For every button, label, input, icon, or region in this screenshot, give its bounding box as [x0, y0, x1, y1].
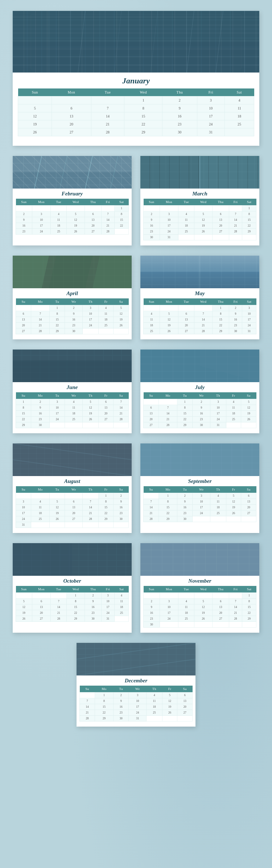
- jun-h-we: We: [65, 392, 83, 399]
- calendar-day: 25: [226, 417, 241, 422]
- calendar-day: 22: [177, 417, 193, 422]
- february-grid: Sun Mon Tue Wed Thu Fri Sat 123456789101…: [16, 199, 129, 235]
- calendar-day: 14: [194, 317, 213, 323]
- calendar-day: 3: [49, 399, 65, 405]
- calendar-day: 4: [65, 399, 83, 405]
- calendar-day: 21: [158, 417, 177, 422]
- calendar-day: 5: [194, 211, 213, 217]
- table-row: 123456: [80, 693, 193, 698]
- table-row: 11121314151617: [144, 317, 256, 323]
- nov-h-sat: Sat: [242, 586, 256, 593]
- table-row: 9101112131415: [144, 217, 256, 223]
- calendar-day: 15: [67, 604, 85, 610]
- calendar-day: 18: [144, 323, 160, 328]
- calendar-day: 19: [67, 223, 85, 229]
- calendar-day: 23: [144, 616, 160, 622]
- calendar-day: 17: [83, 317, 98, 323]
- table-row: 25262728293031: [144, 328, 256, 334]
- calendar-day: 30: [65, 328, 83, 334]
- calendar-day: 11: [115, 599, 129, 604]
- table-row: 16171819202122: [16, 223, 129, 229]
- table-row: 16171819202122: [144, 223, 256, 229]
- jan-h-sat: Sat: [224, 88, 254, 96]
- calendar-day: 2: [113, 693, 129, 698]
- table-row: 2345678: [144, 211, 256, 217]
- calendar-day: 29: [95, 716, 113, 722]
- svg-rect-27: [140, 156, 200, 189]
- calendar-day: 15: [95, 704, 113, 710]
- apr-h-su: Su: [16, 298, 31, 305]
- calendar-day: 29: [242, 616, 256, 622]
- calendar-day: 4: [98, 305, 114, 311]
- feb-header: Sun Mon Tue Wed Thu Fri Sat: [16, 199, 129, 206]
- svg-line-7: [216, 11, 223, 73]
- mar-h-tue: Tue: [178, 199, 194, 206]
- calendar-day: 5: [114, 305, 129, 311]
- aug-h-sa: Sa: [114, 486, 129, 493]
- calendar-day: 23: [85, 610, 102, 616]
- table-row: 567891011: [16, 599, 129, 604]
- dec-h-mo: Mo: [95, 686, 113, 693]
- calendar-day: 21: [194, 323, 213, 328]
- calendar-day: 5: [83, 399, 98, 405]
- oct-h-mon: Mon: [32, 586, 51, 593]
- calendar-day: 12: [226, 499, 241, 505]
- apr-h-th: Th: [83, 298, 98, 305]
- calendar-day: [51, 593, 67, 599]
- calendar-day: 16: [31, 411, 49, 417]
- calendar-day: [18, 96, 52, 104]
- calendar-day: 6: [65, 499, 83, 505]
- calendar-day: 10: [160, 604, 178, 610]
- calendar-day: 26: [226, 511, 241, 516]
- calendar-day: 30: [193, 422, 210, 428]
- jul-h-we: We: [193, 392, 210, 399]
- calendar-day: 4: [51, 211, 67, 217]
- svg-rect-28: [200, 156, 259, 189]
- calendar-day: [52, 96, 91, 104]
- calendar-day: 27: [241, 511, 256, 516]
- calendar-day: 5: [67, 211, 85, 217]
- may-h-tue: Tue: [178, 298, 194, 305]
- calendar-day: 14: [83, 505, 98, 511]
- calendar-day: 27: [16, 328, 31, 334]
- calendar-day: 19: [162, 704, 177, 710]
- calendar-day: 1: [98, 493, 114, 499]
- calendar-day: 8: [158, 499, 177, 505]
- calendar-day: 26: [241, 417, 256, 422]
- table-row: 20212223242526: [144, 417, 256, 422]
- calendar-day: 6: [52, 104, 91, 112]
- svg-line-5: [151, 11, 158, 73]
- calendar-day: [229, 593, 242, 599]
- apr-header: Su Mo Tu We Th Fr Sa: [16, 298, 129, 305]
- calendar-day: [194, 235, 213, 240]
- table-row: 31: [16, 522, 129, 528]
- calendar-day: 3: [242, 305, 256, 311]
- calendar-day: 20: [213, 223, 229, 229]
- calendar-day: 8: [213, 311, 229, 317]
- calendar-day: 16: [113, 704, 129, 710]
- calendar-day: 10: [83, 311, 98, 317]
- calendar-day: 6: [241, 493, 256, 499]
- calendar-day: [213, 206, 229, 211]
- calendar-day: 21: [31, 323, 49, 328]
- calendar-day: [194, 305, 213, 311]
- calendar-day: 11: [178, 604, 194, 610]
- calendar-day: 18: [65, 411, 83, 417]
- calendar-day: 23: [144, 229, 160, 235]
- aug-h-fr: Fr: [98, 486, 114, 493]
- calendar-day: 14: [80, 704, 95, 710]
- calendar-day: 26: [194, 616, 213, 622]
- svg-rect-1: [13, 11, 259, 73]
- calendar-day: [147, 716, 162, 722]
- calendar-day: 16: [144, 610, 160, 616]
- calendar-day: 22: [242, 610, 256, 616]
- calendar-day: 12: [83, 405, 98, 411]
- calendar-day: 21: [80, 710, 95, 716]
- calendar-day: 28: [91, 128, 124, 136]
- calendar-day: 14: [158, 411, 177, 417]
- june-title: June: [13, 382, 132, 392]
- calendar-day: 18: [51, 223, 67, 229]
- calendar-day: 1: [16, 399, 31, 405]
- calendar-day: 9: [144, 604, 160, 610]
- calendar-day: 4: [210, 493, 226, 499]
